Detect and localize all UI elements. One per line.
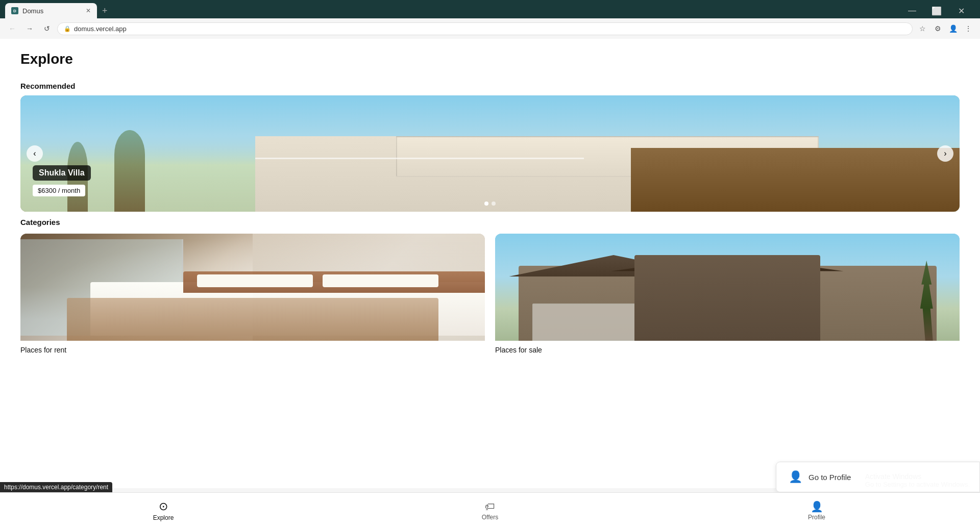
hero-overlay-info: Shukla Villa $6300 / month — [33, 165, 91, 196]
app-content: Explore Recommended Shukla Villa $6300 /… — [0, 39, 980, 488]
category-label-sale: Places for sale — [495, 341, 960, 356]
tab-bar: D Domus ✕ + — ⬜ ✕ — [0, 0, 980, 18]
window-controls: — ⬜ ✕ — [900, 3, 975, 18]
carousel-dot-1[interactable] — [484, 201, 488, 206]
category-image-rent — [20, 234, 485, 341]
carousel-prev-button[interactable]: ‹ — [27, 145, 43, 162]
reload-button[interactable]: ↺ — [40, 21, 54, 36]
url-text: domus.vercel.app — [74, 25, 127, 33]
house-background — [495, 234, 960, 341]
category-card-sale[interactable]: Places for sale — [495, 234, 960, 356]
hero-image — [20, 95, 960, 212]
category-label-rent: Places for rent — [20, 341, 485, 356]
extensions-button[interactable]: ⚙ — [931, 22, 944, 35]
new-tab-button[interactable]: + — [99, 6, 111, 16]
carousel-dot-2[interactable] — [492, 201, 496, 206]
category-card-rent[interactable]: Places for rent — [20, 234, 485, 356]
recommended-label: Recommended — [0, 75, 980, 95]
maximize-button[interactable]: ⬜ — [925, 3, 948, 18]
close-button[interactable]: ✕ — [949, 3, 973, 18]
goto-profile-area[interactable]: 👤 Go to Profile — [776, 462, 980, 488]
browser-chrome: D Domus ✕ + — ⬜ ✕ ← → ↺ 🔒 domus.vercel.a… — [0, 0, 980, 39]
hero-carousel[interactable]: Shukla Villa $6300 / month ‹ › — [20, 95, 960, 212]
tab-favicon: D — [11, 7, 18, 14]
goto-profile-icon: 👤 — [789, 470, 802, 484]
categories-label: Categories — [0, 212, 980, 232]
bookmark-button[interactable]: ☆ — [916, 22, 929, 35]
category-image-sale — [495, 234, 960, 341]
browser-actions: ☆ ⚙ 👤 ⋮ — [916, 22, 975, 35]
goto-profile-label: Go to Profile — [808, 473, 851, 482]
browser-controls: ← → ↺ 🔒 domus.vercel.app ☆ ⚙ 👤 ⋮ — [0, 18, 980, 39]
categories-grid: Places for rent — [0, 234, 980, 356]
tab-close-button[interactable]: ✕ — [86, 7, 91, 14]
page-header: Explore — [0, 39, 980, 75]
active-tab[interactable]: D Domus ✕ — [5, 3, 97, 18]
profile-button[interactable]: 👤 — [946, 22, 960, 35]
lock-icon: 🔒 — [64, 26, 71, 32]
carousel-next-button[interactable]: › — [937, 145, 953, 162]
forward-button[interactable]: → — [22, 21, 37, 36]
menu-button[interactable]: ⋮ — [962, 22, 975, 35]
minimize-button[interactable]: — — [900, 3, 924, 18]
page-title: Explore — [20, 51, 960, 67]
tab-title: Domus — [22, 7, 43, 15]
carousel-dots — [484, 201, 496, 206]
bedroom-background — [20, 234, 485, 341]
hero-property-price: $6300 / month — [33, 185, 85, 196]
address-bar[interactable]: 🔒 domus.vercel.app — [57, 22, 913, 35]
back-button[interactable]: ← — [5, 21, 19, 36]
status-tooltip: https://domus.vercel.app/category/rent — [0, 482, 112, 488]
hero-property-name: Shukla Villa — [33, 165, 91, 181]
